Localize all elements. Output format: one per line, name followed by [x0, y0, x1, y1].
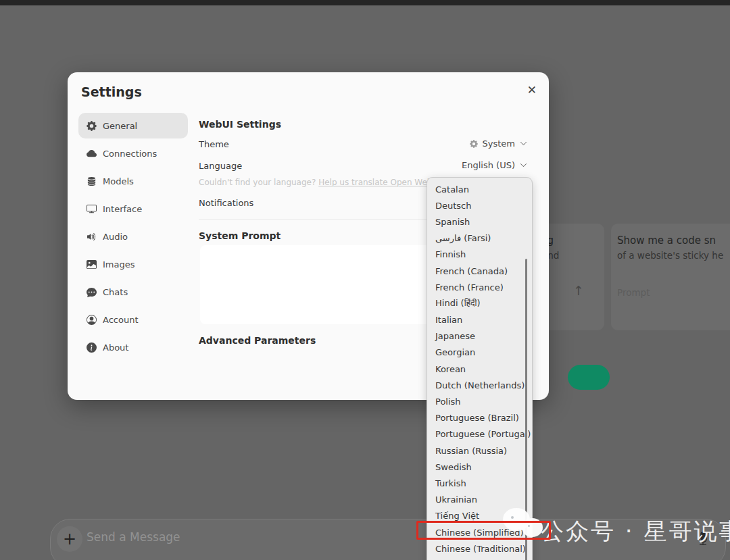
sidebar-item-label: Interface — [103, 204, 142, 214]
language-option[interactable]: Portuguese (Portugal) — [427, 426, 532, 442]
modal-title: Settings — [81, 84, 142, 99]
suggestion-subtitle: of a website's sticky he — [617, 250, 723, 261]
sidebar-item[interactable]: Connections — [78, 141, 188, 166]
language-option[interactable]: Korean — [427, 361, 532, 377]
screen: ng and ↑ Show me a code sn of a website'… — [0, 0, 730, 560]
window-top-edge — [0, 0, 730, 5]
language-option[interactable]: Hindi (हिंदी) — [427, 295, 532, 311]
advanced-parameters-heading: Advanced Parameters — [199, 335, 316, 346]
language-option[interactable]: Ukrainian — [427, 492, 532, 508]
language-option[interactable]: Chinese (Traditional) — [427, 540, 532, 557]
language-option[interactable]: فارسی (Farsi) — [427, 230, 532, 247]
sidebar-item[interactable]: Audio — [78, 224, 188, 249]
watermark-text: 公众号 · 星哥说事 — [541, 516, 730, 547]
language-option[interactable]: Portuguese (Brazil) — [427, 410, 532, 426]
settings-sidebar: General Connections Models Interface Aud… — [78, 113, 188, 360]
language-option[interactable]: Catalan — [427, 181, 532, 197]
sidebar-item-icon — [87, 315, 97, 325]
language-option[interactable]: Finnish — [427, 247, 532, 263]
sidebar-item-label: General — [103, 121, 137, 131]
help-text: Couldn't find your language? — [199, 178, 318, 187]
plus-icon: + — [63, 530, 76, 549]
sidebar-item-label: Audio — [103, 232, 128, 242]
language-label: Language — [199, 161, 242, 171]
sidebar-item[interactable]: General — [78, 113, 188, 138]
annotation-red-box — [416, 521, 551, 540]
sidebar-item-icon — [87, 149, 97, 159]
message-placeholder: Send a Message — [87, 530, 180, 544]
sidebar-item-icon — [87, 232, 97, 242]
language-option[interactable]: Polish — [427, 393, 532, 409]
language-select[interactable]: English (US) — [462, 160, 527, 170]
sidebar-item[interactable]: About — [78, 334, 188, 360]
language-option[interactable]: French (Canada) — [427, 263, 532, 279]
sidebar-item-icon — [87, 121, 97, 131]
sidebar-item-icon — [87, 176, 97, 186]
sidebar-item-label: Connections — [103, 149, 157, 159]
notifications-label: Notifications — [199, 198, 253, 208]
language-option[interactable]: Russian (Russia) — [427, 442, 532, 459]
theme-value: System — [483, 138, 515, 149]
theme-label: Theme — [199, 139, 229, 149]
sidebar-item[interactable]: Interface — [78, 196, 188, 222]
translate-link[interactable]: Help us translate Open WebUI! — [318, 178, 443, 187]
suggestion-card-right[interactable]: Show me a code sn of a website's sticky … — [611, 224, 730, 330]
wechat-icon-eye — [511, 516, 514, 519]
language-value: English (US) — [462, 160, 515, 170]
language-option[interactable]: French (France) — [427, 279, 532, 295]
sidebar-item-label: Images — [103, 259, 135, 270]
system-prompt-heading: System Prompt — [199, 230, 281, 241]
sidebar-item-icon — [87, 259, 97, 270]
sidebar-item-icon — [87, 204, 97, 214]
translate-help-text: Couldn't find your language? Help us tra… — [199, 178, 444, 187]
sidebar-item[interactable]: Chats — [78, 279, 188, 305]
sidebar-item[interactable]: Images — [78, 251, 188, 277]
sidebar-item[interactable]: Account — [78, 307, 188, 332]
chevron-down-icon — [520, 161, 527, 169]
chevron-down-icon — [520, 140, 527, 147]
sidebar-item-icon — [87, 287, 97, 297]
sidebar-item-label: Models — [103, 176, 134, 186]
sidebar-item[interactable]: Models — [78, 168, 188, 194]
sidebar-item-label: Account — [103, 315, 139, 325]
language-option[interactable]: Georgian — [427, 345, 532, 361]
save-button[interactable] — [568, 365, 610, 390]
sidebar-item-icon — [87, 342, 97, 353]
gear-icon — [470, 140, 478, 148]
language-option[interactable]: Spanish — [427, 213, 532, 230]
language-option[interactable]: Turkish — [427, 475, 532, 491]
webui-settings-heading: WebUI Settings — [199, 119, 281, 130]
attach-plus-button[interactable]: + — [57, 526, 82, 552]
theme-select[interactable]: System — [470, 138, 527, 149]
arrow-up-icon: ↑ — [573, 283, 584, 298]
language-option[interactable]: Swedish — [427, 459, 532, 475]
language-option[interactable]: Japanese — [427, 328, 532, 345]
language-dropdown: CatalanDeutschSpanishفارسی (Farsi)Finnis… — [427, 177, 533, 560]
sidebar-item-label: Chats — [103, 287, 128, 297]
language-option[interactable]: Dutch (Netherlands) — [427, 377, 532, 393]
suggestion-title: Show me a code sn — [617, 234, 716, 247]
suggestion-prompt-hint: Prompt — [617, 287, 650, 298]
close-icon[interactable]: ✕ — [527, 84, 537, 96]
sidebar-item-label: About — [103, 342, 128, 353]
language-option[interactable]: Italian — [427, 312, 532, 328]
language-option[interactable]: Deutsch — [427, 197, 532, 213]
